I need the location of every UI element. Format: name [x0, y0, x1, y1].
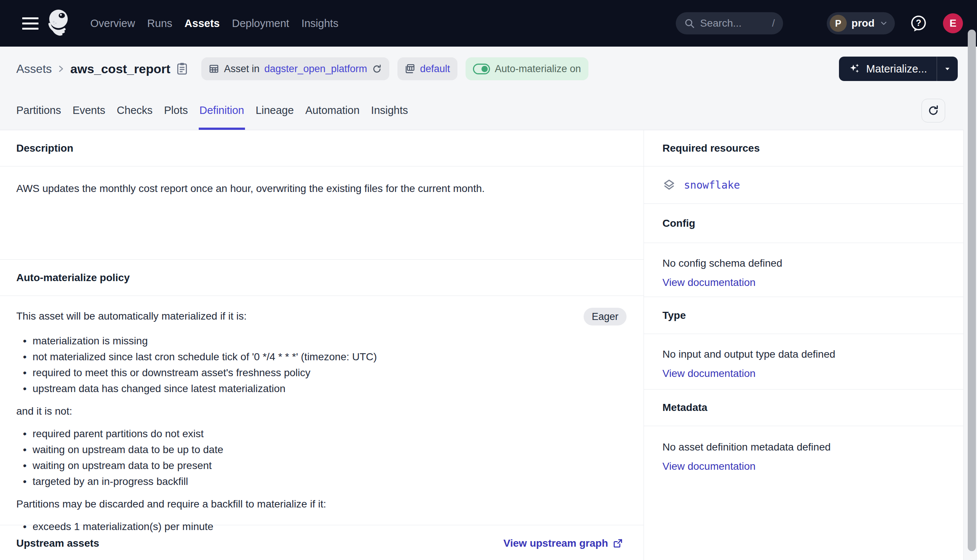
asset-tabs-row: Partitions Events Checks Plots Definitio… — [0, 91, 964, 130]
policy-intro-text: This asset will be automatically materia… — [16, 309, 247, 323]
description-title: Description — [16, 142, 73, 154]
materialize-button[interactable]: Materialize... — [839, 57, 937, 81]
top-nav: Overview Runs Assets Deployment Insights… — [0, 0, 977, 47]
list-item: waiting on upstream data to be up to dat… — [16, 443, 626, 457]
auto-materialize-tag-label: Auto-materialize on — [495, 63, 581, 75]
list-item: required to meet this or downstream asse… — [16, 366, 626, 380]
breadcrumb-chevron-icon — [57, 63, 65, 74]
list-item: required parent partitions do not exist — [16, 427, 626, 440]
code-location-link[interactable]: dagster_open_platform — [264, 63, 367, 75]
required-resources-title: Required resources — [663, 142, 760, 154]
policy-type-badge: Eager — [584, 308, 626, 325]
primary-nav: Overview Runs Assets Deployment Insights — [90, 17, 338, 30]
list-item: targeted by an in-progress backfill — [16, 475, 626, 488]
asset-location-tag: Asset in dagster_open_platform — [201, 57, 389, 80]
definition-content: Description AWS updates the monthly cost… — [0, 130, 964, 560]
copy-asset-name-icon[interactable] — [176, 62, 188, 75]
search-input[interactable]: Search... / — [676, 12, 783, 34]
asset-tabs: Partitions Events Checks Plots Definitio… — [16, 91, 408, 130]
tab-insights[interactable]: Insights — [371, 91, 408, 130]
list-item: exceeds 1 materialization(s) per minute — [16, 520, 626, 533]
help-icon[interactable]: ? — [910, 15, 927, 32]
upstream-assets-title: Upstream assets — [16, 537, 99, 549]
nav-right-cluster: Search... / P prod ? E — [676, 12, 977, 34]
list-item: upstream data has changed since latest m… — [16, 382, 626, 395]
layers-icon — [663, 178, 676, 192]
materialize-conditions-list: materialization is missing not materiali… — [16, 334, 626, 395]
required-resources-header: Required resources — [644, 130, 963, 167]
view-upstream-graph-link[interactable]: View upstream graph — [503, 537, 623, 549]
resource-link-snowflake[interactable]: snowflake — [684, 179, 740, 191]
auto-materialize-policy-header: Auto-materialize policy — [0, 260, 643, 296]
tab-checks[interactable]: Checks — [117, 91, 153, 130]
config-view-documentation-link[interactable]: View documentation — [663, 275, 756, 290]
nav-item-assets[interactable]: Assets — [185, 17, 220, 30]
asset-tags: Asset in dagster_open_platform default A… — [201, 57, 588, 80]
user-avatar[interactable]: E — [943, 13, 963, 33]
auto-materialize-policy-body: This asset will be automatically materia… — [0, 296, 643, 525]
policy-discard-intro: Partitions may be discarded and require … — [16, 497, 626, 511]
chevron-down-icon — [879, 19, 888, 28]
deployment-switcher[interactable]: P prod — [827, 12, 895, 34]
auto-materialize-policy-title: Auto-materialize policy — [16, 272, 130, 284]
definition-sidebar: Required resources snowflake Config No c… — [644, 130, 963, 560]
asset-header-row: Assets aws_cost_report Asset in dagster_… — [0, 47, 977, 91]
deployment-avatar: P — [830, 15, 847, 32]
resource-row: snowflake — [644, 167, 963, 204]
config-section-header: Config — [644, 204, 963, 243]
materialize-dropdown-button[interactable] — [937, 57, 958, 81]
table-grid-icon — [209, 63, 219, 74]
tab-definition[interactable]: Definition — [199, 91, 244, 130]
type-title: Type — [663, 310, 686, 322]
type-body: No input and output type data defined Vi… — [644, 334, 963, 390]
group-link[interactable]: default — [420, 63, 450, 75]
refresh-button[interactable] — [922, 99, 945, 122]
negation-conditions-list: required parent partitions do not exist … — [16, 427, 626, 488]
scrollbar-thumb[interactable] — [968, 30, 976, 551]
nav-item-overview[interactable]: Overview — [90, 17, 135, 30]
config-empty-message: No config schema defined — [663, 256, 949, 270]
config-title: Config — [663, 217, 695, 229]
metadata-body: No asset definition metadata defined Vie… — [644, 426, 963, 473]
tab-partitions[interactable]: Partitions — [16, 91, 61, 130]
search-placeholder: Search... — [700, 17, 767, 29]
type-section-header: Type — [644, 297, 963, 334]
asset-location-prefix: Asset in — [224, 63, 259, 75]
metadata-view-documentation-link[interactable]: View documentation — [663, 459, 756, 473]
type-empty-message: No input and output type data defined — [663, 347, 949, 362]
tab-lineage[interactable]: Lineage — [256, 91, 294, 130]
tab-events[interactable]: Events — [73, 91, 105, 130]
materialize-split-button[interactable]: Materialize... — [839, 57, 958, 81]
discard-conditions-list: exceeds 1 materialization(s) per minute — [16, 520, 626, 533]
search-shortcut-hint: / — [772, 17, 775, 29]
asset-group-tag: default — [397, 57, 458, 80]
type-view-documentation-link[interactable]: View documentation — [663, 367, 756, 381]
description-body: AWS updates the monthly cost report once… — [0, 167, 643, 260]
materialize-button-label: Materialize... — [866, 63, 927, 75]
policy-negation-intro: and it is not: — [16, 404, 626, 418]
svg-text:?: ? — [916, 18, 922, 28]
auto-materialize-tag[interactable]: Auto-materialize on — [466, 57, 588, 80]
tab-automation[interactable]: Automation — [305, 91, 360, 130]
list-item: not materialized since last cron schedul… — [16, 350, 626, 363]
group-copies-icon — [405, 63, 415, 74]
toggle-on-icon — [473, 63, 490, 74]
hamburger-menu-icon[interactable] — [22, 17, 38, 30]
dagster-logo-icon[interactable] — [45, 8, 71, 38]
metadata-section-header: Metadata — [644, 390, 963, 426]
definition-main-column: Description AWS updates the monthly cost… — [0, 130, 644, 560]
list-item: waiting on upstream data to be present — [16, 459, 626, 472]
breadcrumb-assets-link[interactable]: Assets — [16, 62, 52, 76]
description-text: AWS updates the monthly cost report once… — [16, 181, 626, 196]
nav-item-deployment[interactable]: Deployment — [232, 17, 289, 30]
reload-location-icon[interactable] — [372, 64, 382, 74]
page-scrollbar — [964, 0, 977, 560]
nav-item-runs[interactable]: Runs — [147, 17, 172, 30]
config-body: No config schema defined View documentat… — [644, 243, 963, 297]
tab-plots[interactable]: Plots — [164, 91, 188, 130]
nav-item-insights[interactable]: Insights — [301, 17, 338, 30]
external-link-icon — [613, 538, 623, 548]
sparkle-icon — [848, 63, 861, 75]
description-section-header: Description — [0, 130, 643, 167]
deployment-name: prod — [852, 17, 875, 29]
